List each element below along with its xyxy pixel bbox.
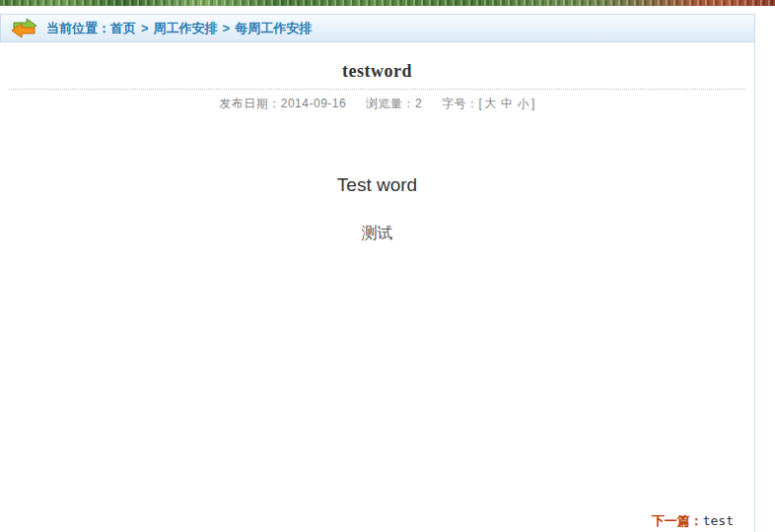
publish-date-item: 发布日期：2014-09-16 [219, 97, 346, 110]
article-container: testword 发布日期：2014-09-16 浏览量：2 字号：[大中小] … [0, 42, 755, 532]
views-item: 浏览量：2 [366, 97, 422, 110]
breadcrumb-separator: > [141, 21, 149, 35]
fontsize-label: 字号： [442, 97, 479, 110]
article-meta: 发布日期：2014-09-16 浏览量：2 字号：[大中小] [0, 96, 754, 112]
article-body: Test word 测试 [0, 174, 754, 244]
next-article-row: 下一篇：test [652, 512, 734, 530]
views-count: 2 [415, 97, 422, 110]
views-label: 浏览量： [366, 97, 415, 110]
publish-date-value: 2014-09-16 [281, 97, 346, 110]
title-divider [9, 89, 745, 90]
exchange-arrows-icon [11, 18, 37, 38]
fontsize-large-link[interactable]: 大 [484, 97, 497, 110]
article-title: testword [0, 42, 754, 82]
body-paragraph-1: Test word [0, 174, 754, 196]
body-paragraph-2: 测试 [0, 224, 754, 244]
top-banner-image [0, 0, 775, 6]
fontsize-item: 字号：[大中小] [442, 97, 535, 110]
breadcrumb-link-weekly-schedule[interactable]: 每周工作安排 [235, 21, 312, 35]
breadcrumb-bar: 当前位置：首页>周工作安排>每周工作安排 [0, 14, 755, 42]
publish-date-label: 发布日期： [219, 97, 281, 110]
breadcrumb: 当前位置：首页>周工作安排>每周工作安排 [46, 20, 312, 37]
breadcrumb-separator: > [223, 21, 231, 35]
breadcrumb-link-weekly-work[interactable]: 周工作安排 [154, 21, 218, 35]
fontsize-small-link[interactable]: 小 [517, 97, 529, 110]
fontsize-bracket-open: [ [479, 97, 483, 110]
next-article-label: 下一篇： [652, 513, 703, 528]
breadcrumb-label: 当前位置： [46, 21, 110, 35]
next-article-link[interactable]: test [703, 513, 734, 528]
breadcrumb-link-home[interactable]: 首页 [110, 21, 136, 35]
fontsize-medium-link[interactable]: 中 [501, 97, 514, 110]
fontsize-bracket-close: ] [531, 97, 535, 110]
